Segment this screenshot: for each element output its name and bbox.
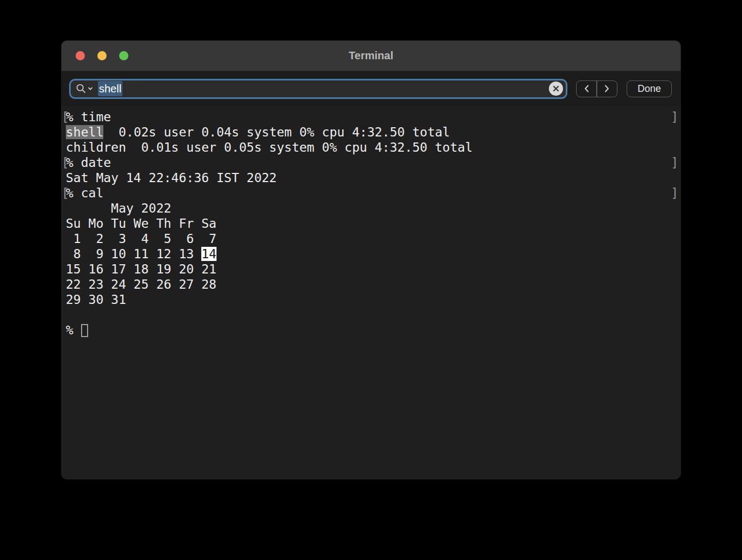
close-button[interactable] [76,51,85,60]
highlighted-date: 14 [201,247,217,261]
terminal-line: Sat May 14 22:46:36 IST 2022 [66,170,679,185]
mark-open-bracket: [ [61,185,69,201]
terminal-text: 0.02s user 0.04s system 0% cpu 4:32.50 t… [103,125,450,139]
terminal-line: 8 9 10 11 12 13 14 [66,246,679,262]
terminal-line: 22 23 24 25 26 27 28 [66,277,679,292]
mark-close-bracket: ] [671,109,678,125]
terminal-line: 15 16 17 18 19 20 21 [66,262,679,277]
terminal-line: [% date] [66,155,679,170]
find-navigation [576,80,617,97]
window-title: Terminal [61,49,681,62]
find-next-button[interactable] [597,81,617,97]
terminal-text: Su Mo Tu We Th Fr Sa [66,216,217,231]
chevron-down-icon [88,86,93,91]
terminal-line: Su Mo Tu We Th Fr Sa [66,216,679,231]
chevron-left-icon [584,84,590,93]
find-previous-button[interactable] [577,81,596,97]
terminal-cursor [81,324,88,337]
terminal-text: May 2022 [66,201,171,215]
terminal-line: children 0.01s user 0.05s system 0% cpu … [66,140,679,155]
terminal-line: 1 2 3 4 5 6 7 [66,231,679,246]
terminal-line: May 2022 [66,201,679,216]
mark-open-bracket: [ [61,155,69,170]
terminal-content[interactable]: [% time]shell 0.02s user 0.04s system 0%… [61,106,681,479]
search-field[interactable]: shell [69,79,567,99]
minimize-button[interactable] [97,51,107,60]
chevron-right-icon [604,84,610,93]
titlebar[interactable]: Terminal [61,41,681,71]
find-bar: shell [61,71,681,106]
terminal-text: % time [66,110,111,124]
search-input[interactable]: shell [98,81,122,96]
terminal-text: Sat May 14 22:46:36 IST 2022 [66,171,277,185]
terminal-line: 29 30 31 [66,292,679,307]
search-match: shell [66,125,103,139]
mark-close-bracket: ] [671,155,678,170]
search-query-text: shell [98,83,549,95]
clear-search-button[interactable] [549,82,563,96]
magnifier-icon [76,83,86,94]
terminal-text: % [66,323,81,337]
terminal-text: children 0.01s user 0.05s system 0% cpu … [66,140,473,154]
terminal-line: shell 0.02s user 0.04s system 0% cpu 4:3… [66,125,679,140]
terminal-text: 1 2 3 4 5 6 7 [66,232,217,246]
done-button[interactable]: Done [627,80,672,97]
terminal-text: % date [66,155,111,170]
mark-close-bracket: ] [671,185,678,201]
zoom-button[interactable] [119,51,128,60]
search-icon[interactable] [76,83,93,94]
terminal-text: 8 9 10 11 12 13 [66,247,201,261]
terminal-text: 22 23 24 25 26 27 28 [66,277,217,291]
terminal-text: % cal [66,186,103,200]
terminal-line: [% cal] [66,185,679,201]
close-x-icon [552,85,560,92]
traffic-lights [61,51,128,60]
terminal-line: [% time] [66,109,679,125]
terminal-line: % [66,322,679,338]
desktop: Terminal shell [0,0,742,560]
terminal-window: Terminal shell [61,41,681,479]
terminal-text: 29 30 31 [66,293,126,307]
mark-open-bracket: [ [61,109,69,125]
terminal-line [66,307,679,322]
terminal-text: 15 16 17 18 19 20 21 [66,262,217,276]
